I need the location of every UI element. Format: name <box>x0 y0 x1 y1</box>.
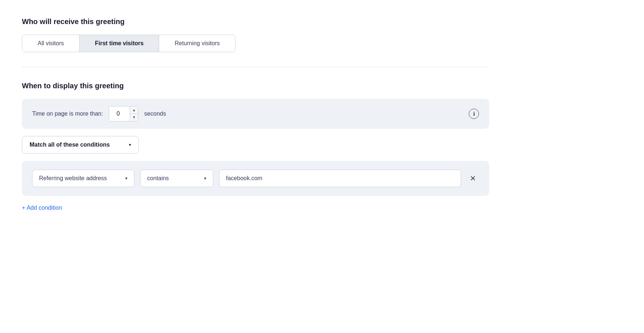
remove-condition-button[interactable]: ✕ <box>467 173 479 184</box>
match-conditions-arrow-icon: ▾ <box>129 142 131 147</box>
seconds-label: seconds <box>144 111 166 117</box>
time-on-page-row: Time on page is more than: ▲ ▼ seconds ℹ <box>22 99 489 129</box>
remove-icon: ✕ <box>470 174 476 183</box>
number-input-wrapper: ▲ ▼ <box>109 106 138 121</box>
section-divider <box>22 67 489 67</box>
condition-field-arrow-icon: ▾ <box>125 176 127 181</box>
condition-field-label: Referring website address <box>39 175 107 182</box>
info-icon[interactable]: ℹ <box>469 109 479 119</box>
match-conditions-text: Match all of these conditions <box>30 142 110 148</box>
condition-operator-dropdown[interactable]: contains ▾ <box>140 170 213 187</box>
tab-first-time-visitors[interactable]: First time visitors <box>80 35 159 52</box>
when-display-section: When to display this greeting Time on pa… <box>22 82 489 213</box>
condition-operator-label: contains <box>147 175 169 182</box>
conditions-container: Referring website address ▾ contains ▾ ✕ <box>22 161 489 196</box>
condition-operator-arrow-icon: ▾ <box>204 176 206 181</box>
tab-all-visitors[interactable]: All visitors <box>22 35 80 52</box>
time-on-page-label: Time on page is more than: <box>32 111 103 117</box>
condition-field-dropdown[interactable]: Referring website address ▾ <box>32 170 134 187</box>
condition-value-input[interactable] <box>219 170 461 187</box>
spinner-up-button[interactable]: ▲ <box>130 107 138 114</box>
spinner-buttons: ▲ ▼ <box>130 107 138 121</box>
who-receives-title: Who will receive this greeting <box>22 18 489 26</box>
who-receives-section: Who will receive this greeting All visit… <box>22 18 489 52</box>
match-conditions-dropdown[interactable]: Match all of these conditions ▾ <box>22 136 139 154</box>
when-display-title: When to display this greeting <box>22 82 489 90</box>
condition-row: Referring website address ▾ contains ▾ ✕ <box>32 170 479 187</box>
visitor-tabs: All visitors First time visitors Returni… <box>22 35 235 52</box>
spinner-down-button[interactable]: ▼ <box>130 114 138 121</box>
add-condition-button[interactable]: + Add condition <box>22 203 62 213</box>
tab-returning-visitors[interactable]: Returning visitors <box>159 35 235 52</box>
time-value-input[interactable] <box>109 107 130 121</box>
